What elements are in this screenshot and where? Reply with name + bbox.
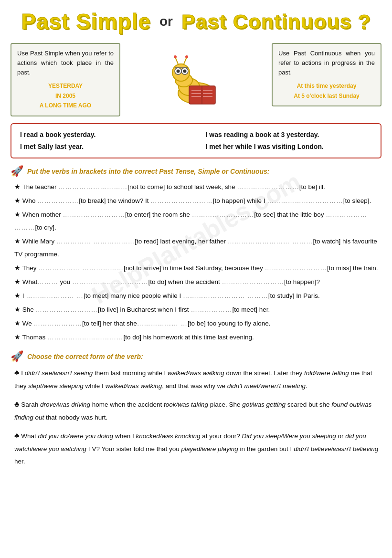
exercise-line-9: ★ We …………………[to tell] her that she………………… bbox=[14, 317, 381, 330]
title-past-simple: Past Simple bbox=[21, 9, 151, 34]
examples-col-left: I read a book yesterday. I met Sally las… bbox=[20, 129, 187, 153]
svg-point-20 bbox=[174, 55, 177, 58]
right-box-text: Use Past Continuous when you refer to ac… bbox=[278, 49, 375, 77]
exercise-line-5: ★ They ……………… ………………[not to arrive] in t… bbox=[14, 262, 381, 274]
section2: 🚀 Choose the correct form of the verb: ♣… bbox=[11, 350, 381, 468]
section1-title: Put the verbs in brackets into the corre… bbox=[27, 168, 269, 175]
right-info-box: Use Past Continuous when you refer to ac… bbox=[272, 43, 381, 106]
left-box-examples: YESTERDAYIN 2005A LONG TIME AGO bbox=[17, 81, 114, 110]
example-right-2: I met her while I was visiting London. bbox=[206, 141, 372, 153]
exercise-area: ★ The teacher …………………………[not to come] to… bbox=[14, 180, 381, 344]
examples-box: I read a book yesterday. I met Sally las… bbox=[11, 123, 381, 158]
example-right-1: I was reading a book at 3 yesterday. bbox=[206, 129, 372, 141]
svg-line-19 bbox=[175, 57, 178, 64]
star-9: ★ bbox=[14, 320, 21, 327]
section2-header: 🚀 Choose the correct form of the verb: bbox=[11, 350, 381, 363]
star-7: ★ bbox=[14, 292, 21, 299]
exercise-line-10: ★ Thomas ……………………………[to do] his homework… bbox=[14, 331, 381, 344]
choose-para-1: ♣ I didn't see/wasn't seeing them last m… bbox=[14, 366, 381, 392]
star-1: ★ bbox=[14, 183, 21, 190]
exercise-line-7: ★ I ………………… …[to meet] many nice people … bbox=[14, 289, 381, 302]
star-5: ★ bbox=[14, 264, 21, 272]
exercise-line-4: ★ While Mary …………… ………………[to read] last … bbox=[14, 235, 381, 261]
svg-point-8 bbox=[183, 70, 186, 73]
star-10: ★ bbox=[14, 334, 21, 341]
rocket-icon-1: 🚀 bbox=[11, 165, 23, 178]
example-left-1: I read a book yesterday. bbox=[20, 129, 187, 141]
page-wrapper: Past Simple or Past Continuous ? Use Pas… bbox=[11, 9, 381, 468]
info-row: Use Past Simple when you refer to action… bbox=[11, 43, 381, 116]
example-left-2: I met Sally last year. bbox=[20, 141, 187, 153]
cartoon-svg bbox=[163, 43, 230, 110]
clover-1: ♣ bbox=[14, 368, 20, 377]
choose-exercise: ♣ I didn't see/wasn't seeing them last m… bbox=[14, 366, 381, 468]
rocket-icon-2: 🚀 bbox=[11, 350, 23, 363]
exercise-line-1: ★ The teacher …………………………[not to come] to… bbox=[14, 180, 381, 193]
title-row: Past Simple or Past Continuous ? bbox=[11, 9, 381, 34]
section2-title: Choose the correct form of the verb: bbox=[27, 353, 143, 360]
star-6: ★ bbox=[14, 278, 21, 285]
cartoon-image bbox=[158, 43, 234, 110]
title-past-continuous: Past Continuous ? bbox=[181, 10, 371, 33]
left-box-text: Use Past Simple when you refer to action… bbox=[17, 49, 114, 77]
clover-3: ♣ bbox=[14, 432, 20, 440]
star-2: ★ bbox=[14, 197, 21, 204]
star-4: ★ bbox=[14, 238, 21, 245]
clover-2: ♣ bbox=[14, 400, 20, 408]
left-info-box: Use Past Simple when you refer to action… bbox=[11, 43, 120, 116]
exercise-line-2: ★ Who ………………[to break] the window? It ……… bbox=[14, 194, 381, 207]
star-3: ★ bbox=[14, 211, 21, 218]
svg-line-21 bbox=[184, 57, 187, 64]
examples-col-right: I was reading a book at 3 yesterday. I m… bbox=[206, 129, 372, 153]
svg-point-7 bbox=[176, 70, 180, 73]
exercise-line-6: ★ What……… you ……………………………[to do] when th… bbox=[14, 275, 381, 288]
exercise-line-3: ★ When mother ………………………[to enter] the ro… bbox=[14, 208, 381, 234]
choose-para-3: ♣ What did you do/were you doing when I … bbox=[14, 429, 381, 468]
title-or: or bbox=[159, 14, 173, 29]
choose-para-2: ♣ Sarah drove/was driving home when the … bbox=[14, 397, 381, 424]
star-8: ★ bbox=[14, 306, 21, 313]
exercise-line-8: ★ She ………………………[to live] in Bucharest wh… bbox=[14, 303, 381, 316]
examples-row: I read a book yesterday. I met Sally las… bbox=[20, 129, 372, 153]
right-box-examples: At this time yesterdayAt 5 o'clock last … bbox=[278, 81, 375, 101]
svg-point-22 bbox=[185, 55, 188, 58]
section1-header: 🚀 Put the verbs in brackets into the cor… bbox=[11, 165, 381, 178]
